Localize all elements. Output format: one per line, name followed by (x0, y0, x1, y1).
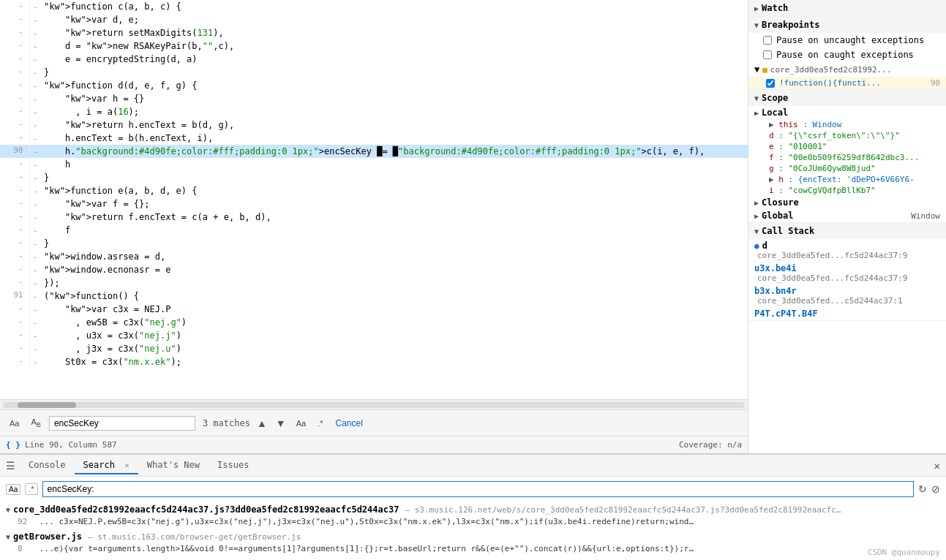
e-val: : "010001" (778, 142, 827, 151)
d-key: d (769, 131, 774, 140)
scope-header[interactable]: ▼ Scope (748, 90, 946, 106)
bottom-aa-btn[interactable]: Aa (6, 484, 20, 495)
h-val: : {encText: 'dDePO+6V66Y6- (789, 175, 915, 184)
case-sensitive-btn[interactable]: Aa (6, 417, 23, 430)
this-expand-icon[interactable]: ▶ (769, 120, 774, 129)
call-stack-header[interactable]: ▼ Call Stack (748, 223, 946, 239)
line-marker: - (29, 184, 41, 197)
code-line: -- h.encText = b(h.encText, i), (0, 132, 748, 145)
code-cell: "kw">function c(a, b, c) { (41, 0, 748, 13)
code-line: --} (0, 171, 748, 184)
bp-file-row[interactable]: ▼ ■ core_3dd0ea5fed2c81992... (748, 62, 946, 77)
bottom-search-bar: Aa .* ↻ ⊘ (6, 481, 940, 497)
h-prop-row: ▶ h : {encText: 'dDePO+6V66Y6- (748, 174, 946, 185)
pause-uncaught-label: Pause on uncaught exceptions (776, 35, 924, 45)
bp-item-row[interactable]: !function(){functi... 90 (748, 77, 946, 89)
g-key: g (769, 164, 774, 173)
code-cell: d = "kw">new RSAKeyPair(b,"",c), (41, 39, 748, 53)
line-number: - (0, 39, 29, 53)
format-btn[interactable]: { } (6, 440, 20, 450)
local-group-header[interactable]: ▶ Local (748, 106, 946, 119)
result-line[interactable]: 92... c3x=NEJ.P,ew5B=c3x("nej.g"),u3x=c3… (6, 516, 940, 527)
tab-issues[interactable]: Issues (209, 457, 258, 474)
g-val: : "0CoJUm6Qyw8W8jud" (778, 164, 875, 173)
code-line: --}); (0, 276, 748, 290)
line-marker: - (29, 303, 41, 316)
code-cell: "kw">var c3x = NEJ.P (41, 303, 748, 316)
pause-caught-checkbox[interactable] (763, 50, 772, 59)
global-label: Global (762, 211, 793, 221)
cs-item-1[interactable]: ● d core_3dd0ea5fed...fc5d244ac37:9 (748, 239, 946, 262)
bp-item-num: 90 (931, 78, 940, 88)
result-file-name: core_3dd0ea5fed2c81992eaacfc5d244ac37.js… (13, 504, 399, 515)
code-cell: "kw">function e(a, b, d, e) { (41, 184, 748, 197)
regex-btn[interactable]: .* (314, 417, 326, 430)
watch-section: ▶ Watch (748, 0, 946, 17)
result-file-header[interactable]: ▼getBrowser.js — st.music.163.com/browse… (6, 530, 940, 543)
global-group-header[interactable]: ▶ Global Window (748, 209, 946, 222)
cs-item-2[interactable]: u3x.be4i core_3dd0ea5fed...fc5d244ac37:9 (748, 262, 946, 284)
code-line: --"kw">function e(a, b, d, e) { (0, 184, 748, 197)
line-marker: - (29, 197, 41, 211)
code-cell: , j3x = c3x("nej.u") (41, 342, 748, 355)
pause-uncaught-checkbox[interactable] (763, 36, 772, 45)
bottom-refresh-btn[interactable]: ↻ (918, 483, 927, 495)
line-marker: - (29, 171, 41, 184)
line-marker: - (29, 316, 41, 329)
bottom-search-input[interactable] (42, 481, 914, 497)
line-number: - (0, 211, 29, 224)
result-line-text: ... c3x=NEJ.P,ew5B=c3x("nej.g"),u3x=c3x(… (40, 517, 698, 526)
result-file-url: — st.music.163.com/browser-get/getBrowse… (88, 532, 301, 542)
bp-item-checkbox[interactable] (766, 79, 775, 88)
cs-item-3[interactable]: b3x.bn4r core_3dd0ea5fed...c5d244ac37:1 (748, 284, 946, 307)
tab-search[interactable]: Search ✕ (75, 457, 138, 474)
this-val: : Window (803, 120, 841, 129)
code-panel: --"kw">function c(a, b, c) {-- "kw">var … (0, 0, 748, 453)
code-cell: } (41, 66, 748, 79)
breakpoints-header[interactable]: ▼ Breakpoints (748, 17, 946, 33)
result-file-header[interactable]: ▼core_3dd0ea5fed2c81992eaacfc5d244ac37.j… (6, 503, 940, 516)
tab-whats-new[interactable]: What's New (138, 457, 209, 474)
scope-label: Scope (762, 93, 788, 103)
tab-console[interactable]: Console (20, 457, 75, 474)
code-search-input[interactable] (49, 416, 195, 431)
word-match-btn[interactable]: AB (27, 415, 44, 431)
match-case-btn[interactable]: Aa (293, 417, 309, 430)
line-number: - (0, 342, 29, 355)
bottom-regex-btn[interactable]: .* (25, 483, 37, 495)
bottom-menu-icon[interactable]: ☰ (6, 460, 15, 472)
next-match-btn[interactable]: ▼ (274, 417, 288, 430)
line-marker: - (29, 342, 41, 355)
line-number: - (0, 303, 29, 316)
f-val: : "00e0b509f6259df8642dbc3... (778, 153, 919, 162)
watch-header[interactable]: ▶ Watch (748, 0, 946, 16)
code-content[interactable]: --"kw">function c(a, b, c) {-- "kw">var … (0, 0, 748, 399)
call-stack-label: Call Stack (762, 226, 814, 236)
line-marker: - (29, 224, 41, 237)
search-tab-close-icon[interactable]: ✕ (124, 461, 129, 470)
closure-label: Closure (762, 197, 799, 208)
closure-group-header[interactable]: ▶ Closure (748, 196, 946, 209)
h-expand-icon[interactable]: ▶ (769, 175, 774, 184)
pause-uncaught-row: Pause on uncaught exceptions (748, 33, 946, 48)
cs-item-4[interactable]: P4T.cP4T.B4F (748, 307, 946, 320)
h-scroll-thumb[interactable] (18, 402, 76, 408)
line-marker: - (29, 250, 41, 263)
bottom-clear-btn[interactable]: ⊘ (931, 483, 940, 495)
line-marker: - (29, 290, 41, 303)
code-line: -- "kw">return f.encText = c(a + e, b, d… (0, 211, 748, 224)
h-key: h (778, 175, 784, 184)
pause-caught-row: Pause on caught exceptions (748, 48, 946, 62)
h-scrollbar[interactable] (0, 399, 748, 409)
prev-match-btn[interactable]: ▲ (255, 417, 269, 430)
d-prop-row: d : "{\"csrf_token\":\"\"}" (748, 130, 946, 141)
search-cancel-btn[interactable]: Cancel (331, 417, 367, 430)
result-line[interactable]: 8...e){var t=arguments.length>1&&void 0!… (6, 543, 940, 554)
code-cell: , i = a(16); (41, 105, 748, 118)
result-arrow-icon: ▼ (6, 533, 10, 541)
global-arrow-icon: ▶ (754, 212, 759, 220)
line-number: - (0, 224, 29, 237)
code-cell: }); (41, 276, 748, 290)
bottom-panel-close-icon[interactable]: ✕ (934, 460, 940, 472)
cs1-file: core_3dd0ea5fed...fc5d244ac37:9 (754, 251, 940, 260)
